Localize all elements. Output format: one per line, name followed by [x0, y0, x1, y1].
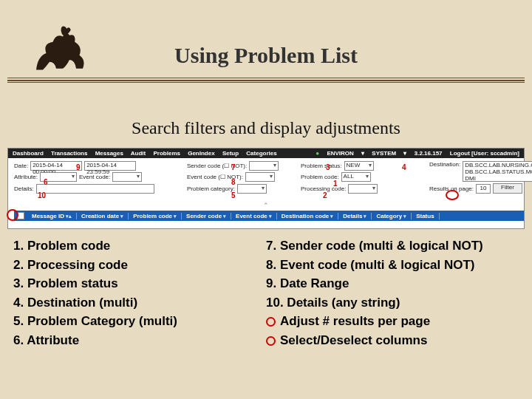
problemcode-select[interactable]: ALL — [341, 172, 371, 182]
attribute-select[interactable] — [40, 172, 77, 182]
destination-label: Destination: — [429, 161, 460, 168]
processing-label: Processing code: — [301, 185, 346, 192]
destination-listbox[interactable]: DB.SCC.LAB.NURSING.ORDER.ENTRY DB.SCC.LA… — [463, 161, 532, 182]
menu-genindex[interactable]: GenIndex — [188, 150, 214, 157]
menu-transactions[interactable]: Transactions — [51, 150, 87, 157]
collapse-icon[interactable]: ⌃ — [8, 202, 524, 209]
eventcode-select[interactable] — [245, 172, 275, 182]
menu-messages[interactable]: Messages — [95, 150, 123, 157]
menu-audit[interactable]: Audit — [131, 150, 146, 157]
results-label: Results on page: — [429, 185, 474, 192]
category-label: Problem category: — [187, 185, 235, 192]
sender-label: Sender code (☐ NOT): — [187, 163, 247, 169]
details-label: Details: — [14, 185, 34, 192]
divider-barbwire — [7, 80, 525, 81]
legend-10: 10. Details (any string) — [266, 293, 519, 313]
problemcode-label: Problem code: — [301, 174, 339, 180]
red-circle-icon — [266, 317, 276, 327]
red-circle-icon — [266, 336, 276, 346]
date-to-input[interactable]: 2015-04-14 23:59:59 — [84, 161, 136, 171]
legend-list: 1. Problem code 2. Processing code 3. Pr… — [13, 236, 519, 349]
problem-status-label: Problem status: — [301, 163, 342, 169]
col-event-code[interactable]: Event code▾ — [231, 213, 277, 219]
legend-2: 2. Processing code — [13, 256, 266, 275]
app-menubar: Dashboard Transactions Messages Audit Pr… — [8, 149, 524, 158]
legend-8: 8. Event code (multi & logical NOT) — [266, 256, 519, 275]
col-status[interactable]: Status — [412, 213, 439, 219]
event-select[interactable] — [112, 172, 142, 182]
legend-1: 1. Problem code — [13, 236, 266, 256]
env-label: ENVIRON — [327, 150, 353, 157]
menu-categories[interactable]: Categories — [246, 150, 276, 157]
col-category[interactable]: Category▾ — [372, 213, 412, 219]
legend-select: Select/Deselect columns — [266, 331, 519, 350]
ip-label: 3.2.16.157 — [415, 150, 443, 157]
col-details[interactable]: Details▾ — [338, 213, 372, 219]
subtitle: Search filters and display adjustments — [0, 118, 532, 138]
logout-link[interactable]: Logout [User: sccadmin] — [450, 150, 519, 157]
results-input[interactable]: 10 — [476, 184, 491, 194]
date-label: Date: — [14, 163, 28, 169]
col-destination-code[interactable]: Destination code▾ — [277, 213, 338, 219]
legend-5: 5. Problem Category (multi) — [13, 312, 266, 331]
sender-select[interactable] — [249, 161, 279, 171]
processing-select[interactable] — [348, 184, 378, 194]
col-message-id[interactable]: Message ID▾▴ — [27, 213, 77, 219]
menu-dashboard[interactable]: Dashboard — [13, 150, 44, 157]
menu-setup[interactable]: Setup — [222, 150, 239, 157]
event-label: Event code: — [79, 174, 110, 180]
select-all-checkbox[interactable] — [17, 212, 24, 219]
category-select[interactable] — [237, 184, 267, 194]
legend-4: 4. Destination (multi) — [13, 293, 266, 313]
results-column-header: Message ID▾▴ Creation date▾ Problem code… — [14, 211, 524, 221]
page-title: Using Problem List — [0, 43, 532, 68]
legend-6: 6. Attribute — [13, 331, 266, 350]
screenshot-panel: Dashboard Transactions Messages Audit Pr… — [7, 148, 525, 229]
details-input[interactable] — [36, 184, 154, 194]
col-sender-code[interactable]: Sender code▾ — [182, 213, 231, 219]
filter-button[interactable]: Filter — [493, 183, 522, 194]
date-from-input[interactable]: 2015-04-14 00:00:00 — [30, 161, 82, 171]
legend-3: 3. Problem status — [13, 274, 266, 293]
attribute-label: Attribute: — [14, 174, 38, 180]
legend-7: 7. Sender code (multi & logical NOT) — [266, 236, 519, 256]
system-label: SYSTEM — [372, 150, 396, 157]
eventcode-label: Event code (☐ NOT): — [187, 174, 243, 180]
col-problem-code[interactable]: Problem code▾ — [129, 213, 182, 219]
problem-status-select[interactable]: NEW — [344, 161, 374, 171]
legend-9: 9. Date Range — [266, 274, 519, 293]
legend-adjust: Adjust # results per page — [266, 312, 519, 331]
col-creation-date[interactable]: Creation date▾ — [77, 213, 129, 219]
menu-problems[interactable]: Problems — [153, 150, 180, 157]
